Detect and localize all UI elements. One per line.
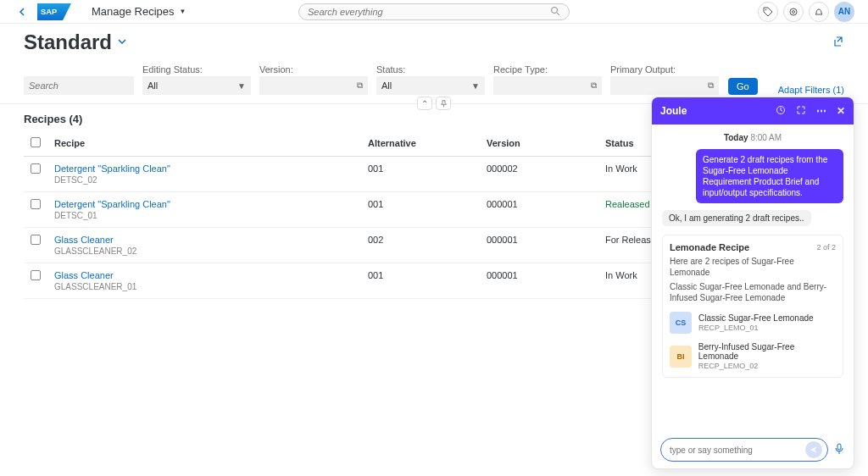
row-checkbox[interactable] xyxy=(31,199,41,209)
filter-recipe-type[interactable]: ⧉ xyxy=(493,76,602,95)
app-title[interactable]: Manage Recipes ▼ xyxy=(92,5,186,18)
tag-button[interactable] xyxy=(758,2,778,22)
svg-point-4 xyxy=(765,8,767,10)
share-icon[interactable] xyxy=(832,36,844,50)
global-search-input[interactable] xyxy=(308,7,550,17)
sap-logo: SAP xyxy=(37,3,71,20)
avatar[interactable]: AN xyxy=(834,2,854,22)
col-recipe: Recipe xyxy=(47,132,361,157)
adapt-filters-link[interactable]: Adapt Filters (1) xyxy=(778,85,844,95)
value-help-icon: ⧉ xyxy=(591,80,597,91)
back-button[interactable] xyxy=(14,3,31,20)
cell-alt: 001 xyxy=(361,263,480,299)
joule-card-count: 2 of 2 xyxy=(816,243,836,252)
joule-expand-icon[interactable] xyxy=(796,105,806,118)
cell-ver: 000001 xyxy=(480,228,598,263)
svg-point-5 xyxy=(790,8,797,15)
recipe-code: GLASSCLEANER_02 xyxy=(54,246,354,256)
svg-rect-10 xyxy=(837,444,841,450)
page-title: Standard xyxy=(24,30,112,54)
recipe-name[interactable]: Glass Cleaner xyxy=(54,270,354,280)
search-icon xyxy=(550,6,560,19)
chevron-down-icon: ▼ xyxy=(237,81,246,91)
filter-label-editing: Editing Status: xyxy=(142,64,251,75)
svg-line-3 xyxy=(557,13,559,15)
svg-text:SAP: SAP xyxy=(41,8,57,16)
item-name: Berry-Infused Sugar-Free Lemonade xyxy=(698,342,836,361)
notifications-button[interactable] xyxy=(809,2,829,22)
recipe-code: DETSC_02 xyxy=(54,175,354,185)
joule-card-title: Lemonade Recipe xyxy=(670,242,749,252)
joule-more-icon[interactable]: ⋯ xyxy=(816,105,826,118)
col-version: Version xyxy=(480,132,598,157)
filter-status[interactable]: All ▼ xyxy=(376,76,485,95)
joule-user-message: Generate 2 draft recipes from the Sugar-… xyxy=(696,149,843,203)
joule-history-icon[interactable] xyxy=(776,105,786,118)
joule-result-item[interactable]: CSClassic Sugar-Free LemonadeRECP_LEMO_0… xyxy=(670,312,836,334)
recipe-name[interactable]: Glass Cleaner xyxy=(54,235,354,245)
svg-point-2 xyxy=(552,7,558,13)
filter-editing-status[interactable]: All ▼ xyxy=(142,76,251,95)
recipe-code: DETSC_01 xyxy=(54,211,354,220)
recipe-code: GLASSCLEANER_01 xyxy=(54,282,354,291)
search-input[interactable] xyxy=(29,80,147,91)
go-button[interactable]: Go xyxy=(728,78,758,95)
collapse-toggle[interactable]: ⌃ xyxy=(417,97,432,110)
select-all-checkbox[interactable] xyxy=(31,137,41,147)
app-title-text: Manage Recipes xyxy=(92,5,175,18)
joule-result-item[interactable]: BIBerry-Infused Sugar-Free LemonadeRECP_… xyxy=(670,342,836,370)
pin-toggle[interactable] xyxy=(436,97,451,110)
filter-label-version: Version: xyxy=(259,64,368,75)
joule-header: Joule ⋯ ✕ xyxy=(652,97,854,125)
joule-input[interactable] xyxy=(670,446,805,455)
row-checkbox[interactable] xyxy=(31,163,41,174)
joule-send-button[interactable] xyxy=(805,441,822,458)
recipe-name[interactable]: Detergent "Sparkling Clean" xyxy=(54,199,354,209)
filter-version[interactable]: ⧉ xyxy=(259,76,368,95)
item-name: Classic Sugar-Free Lemonade xyxy=(698,313,814,323)
joule-timestamp: Today 8:00 AM xyxy=(662,133,843,142)
cell-alt: 001 xyxy=(361,157,480,192)
value-help-icon: ⧉ xyxy=(708,80,714,91)
recipe-name[interactable]: Detergent "Sparkling Clean" xyxy=(54,163,354,174)
page-title-chevron[interactable] xyxy=(117,36,127,49)
joule-input-wrap[interactable] xyxy=(660,438,828,462)
joule-card-desc1: Here are 2 recipes of Sugar-Free Lemonad… xyxy=(670,256,836,278)
joule-card-desc2: Classic Sugar-Free Lemonade and Berry-In… xyxy=(670,281,836,303)
row-checkbox[interactable] xyxy=(31,270,41,280)
filter-primary-output[interactable]: ⧉ xyxy=(610,76,719,95)
cell-alt: 001 xyxy=(361,192,480,228)
item-badge: CS xyxy=(670,312,692,334)
joule-bot-message: Ok, I am generating 2 draft recipes.. xyxy=(662,210,811,226)
joule-close-icon[interactable]: ✕ xyxy=(837,105,845,118)
item-code: RECP_LEMO_01 xyxy=(698,324,814,332)
chevron-down-icon: ▼ xyxy=(180,8,186,15)
microphone-icon[interactable] xyxy=(833,443,845,457)
chevron-down-icon: ▼ xyxy=(471,81,480,91)
joule-title: Joule xyxy=(660,105,687,117)
search-input-wrap[interactable] xyxy=(24,76,134,95)
cell-alt: 002 xyxy=(361,228,480,263)
item-code: RECP_LEMO_02 xyxy=(698,362,836,370)
filter-label-recipe-type: Recipe Type: xyxy=(493,64,602,75)
cell-ver: 000002 xyxy=(480,157,598,192)
svg-point-6 xyxy=(793,10,795,13)
joule-panel: Joule ⋯ ✕ Today 8:00 AM Generate 2 draft… xyxy=(651,97,854,469)
global-search[interactable] xyxy=(298,3,570,20)
settings-button[interactable] xyxy=(783,2,804,22)
cell-ver: 000001 xyxy=(480,192,598,228)
col-alternative: Alternative xyxy=(361,132,480,157)
filter-label-primary-output: Primary Output: xyxy=(610,64,719,75)
row-checkbox[interactable] xyxy=(31,235,41,245)
joule-result-card: Lemonade Recipe 2 of 2 Here are 2 recipe… xyxy=(662,235,843,378)
cell-ver: 000001 xyxy=(480,263,598,299)
item-badge: BI xyxy=(670,346,692,368)
filter-label-status: Status: xyxy=(376,64,485,75)
value-help-icon: ⧉ xyxy=(357,80,363,91)
